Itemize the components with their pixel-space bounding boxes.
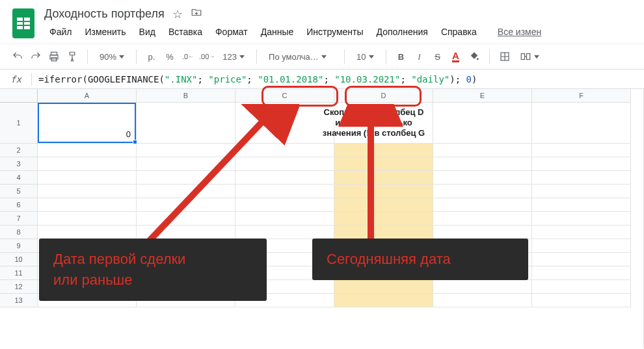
cell[interactable] bbox=[38, 157, 137, 171]
row-header-3[interactable]: 3 bbox=[0, 157, 38, 171]
menu-data[interactable]: Данные bbox=[256, 24, 299, 40]
decrease-decimal-button[interactable]: .0← bbox=[181, 48, 195, 65]
sheets-logo bbox=[9, 5, 38, 42]
select-all-corner[interactable] bbox=[0, 89, 38, 103]
cell[interactable] bbox=[532, 280, 631, 294]
move-folder-icon[interactable] bbox=[191, 6, 202, 21]
cell[interactable] bbox=[532, 185, 631, 198]
number-format-dropdown[interactable]: 123 bbox=[219, 52, 248, 62]
borders-button[interactable] bbox=[498, 48, 512, 65]
zoom-value: 90% bbox=[100, 52, 116, 62]
menu-bar: Файл Изменить Вид Вставка Формат Данные … bbox=[44, 24, 635, 44]
percent-button[interactable]: % bbox=[163, 48, 177, 65]
cell[interactable] bbox=[532, 294, 631, 307]
cell[interactable] bbox=[532, 171, 631, 185]
print-button[interactable] bbox=[47, 48, 61, 65]
annotation-arrow bbox=[338, 104, 429, 253]
cell[interactable] bbox=[433, 171, 532, 185]
cell[interactable] bbox=[38, 198, 137, 212]
chevron-down-icon bbox=[119, 55, 124, 58]
menu-addons[interactable]: Дополнения bbox=[371, 24, 433, 40]
menu-tools[interactable]: Инструменты bbox=[301, 24, 368, 40]
cell[interactable] bbox=[433, 198, 532, 212]
cell[interactable] bbox=[433, 212, 532, 226]
svg-point-3 bbox=[476, 58, 478, 60]
svg-rect-0 bbox=[51, 52, 57, 55]
text-color-button[interactable]: A bbox=[449, 48, 463, 65]
cell[interactable] bbox=[532, 157, 631, 171]
star-icon[interactable]: ☆ bbox=[172, 7, 183, 21]
row-header-2[interactable]: 2 bbox=[0, 144, 38, 157]
bold-button[interactable]: B bbox=[394, 48, 409, 65]
cell[interactable] bbox=[334, 294, 433, 307]
menu-file[interactable]: Файл bbox=[44, 24, 77, 40]
menu-help[interactable]: Справка bbox=[436, 24, 482, 40]
row-header-12[interactable]: 12 bbox=[0, 280, 38, 294]
zoom-dropdown[interactable]: 90% bbox=[96, 52, 128, 62]
chevron-down-icon bbox=[369, 55, 374, 58]
increase-decimal-button[interactable]: .00→ bbox=[199, 48, 215, 65]
cell[interactable] bbox=[532, 226, 631, 239]
cell[interactable] bbox=[532, 144, 631, 157]
cell[interactable] bbox=[433, 185, 532, 198]
menu-view[interactable]: Вид bbox=[134, 24, 161, 40]
italic-button[interactable]: I bbox=[412, 48, 427, 65]
toolbar: 90% р. % .0← .00→ 123 По умолча… 10 B I … bbox=[0, 44, 644, 70]
row-header-7[interactable]: 7 bbox=[0, 212, 38, 226]
svg-rect-6 bbox=[526, 54, 530, 60]
row-header-9[interactable]: 9 bbox=[0, 239, 38, 253]
cell[interactable] bbox=[433, 280, 532, 294]
cell[interactable] bbox=[532, 239, 631, 253]
col-header-e[interactable]: E bbox=[433, 89, 532, 103]
paint-format-button[interactable] bbox=[65, 48, 79, 65]
spreadsheet-grid[interactable]: A B C D E F 1 2 3 4 5 6 7 8 9 10 11 12 1… bbox=[0, 89, 644, 348]
col-header-c[interactable]: C bbox=[235, 89, 334, 103]
row-header-5[interactable]: 5 bbox=[0, 185, 38, 198]
font-dropdown[interactable]: По умолча… bbox=[265, 52, 336, 62]
row-header-1[interactable]: 1 bbox=[0, 103, 38, 144]
menu-format[interactable]: Формат bbox=[210, 24, 253, 40]
currency-button[interactable]: р. bbox=[144, 48, 159, 65]
cell-a1[interactable]: 0 bbox=[38, 103, 137, 144]
col-header-b[interactable]: B bbox=[137, 89, 235, 103]
cell[interactable] bbox=[532, 212, 631, 226]
cell[interactable] bbox=[532, 198, 631, 212]
row-header-13[interactable]: 13 bbox=[0, 294, 38, 307]
row-header-11[interactable]: 11 bbox=[0, 266, 38, 280]
fill-color-button[interactable] bbox=[467, 48, 481, 65]
font-name: По умолча… bbox=[269, 52, 319, 62]
cell[interactable] bbox=[532, 253, 631, 266]
all-changes-link[interactable]: Все измен bbox=[492, 24, 546, 40]
cell[interactable] bbox=[433, 157, 532, 171]
cell[interactable] bbox=[433, 226, 532, 239]
cell[interactable] bbox=[38, 185, 137, 198]
cell[interactable] bbox=[38, 226, 137, 239]
row-header-6[interactable]: 6 bbox=[0, 198, 38, 212]
row-header-4[interactable]: 4 bbox=[0, 171, 38, 185]
cell-f1[interactable] bbox=[532, 103, 631, 144]
formula-input[interactable]: =iferror(GOOGLEFINANCE(".INX"; "price"; … bbox=[38, 74, 634, 84]
menu-insert[interactable]: Вставка bbox=[163, 24, 208, 40]
font-size-dropdown[interactable]: 10 bbox=[353, 52, 377, 62]
cell[interactable] bbox=[433, 144, 532, 157]
cell[interactable] bbox=[38, 144, 137, 157]
cell-e1[interactable] bbox=[433, 103, 532, 144]
menu-edit[interactable]: Изменить bbox=[79, 24, 131, 40]
document-title[interactable]: Доходность портфеля bbox=[44, 7, 165, 21]
col-header-d[interactable]: D bbox=[334, 89, 433, 103]
cell[interactable] bbox=[38, 212, 137, 226]
cell[interactable] bbox=[334, 280, 433, 294]
row-header-10[interactable]: 10 bbox=[0, 253, 38, 266]
row-header-8[interactable]: 8 bbox=[0, 226, 38, 239]
strike-button[interactable]: S bbox=[431, 48, 445, 65]
redo-button[interactable] bbox=[29, 48, 43, 65]
cell[interactable] bbox=[38, 171, 137, 185]
annotation-arrow bbox=[130, 104, 299, 253]
undo-button[interactable] bbox=[10, 48, 25, 65]
col-header-a[interactable]: A bbox=[38, 89, 137, 103]
chevron-down-icon bbox=[534, 55, 539, 58]
merge-cells-button[interactable] bbox=[516, 51, 543, 62]
cell[interactable] bbox=[433, 294, 532, 307]
cell[interactable] bbox=[532, 266, 631, 280]
col-header-f[interactable]: F bbox=[532, 89, 631, 103]
